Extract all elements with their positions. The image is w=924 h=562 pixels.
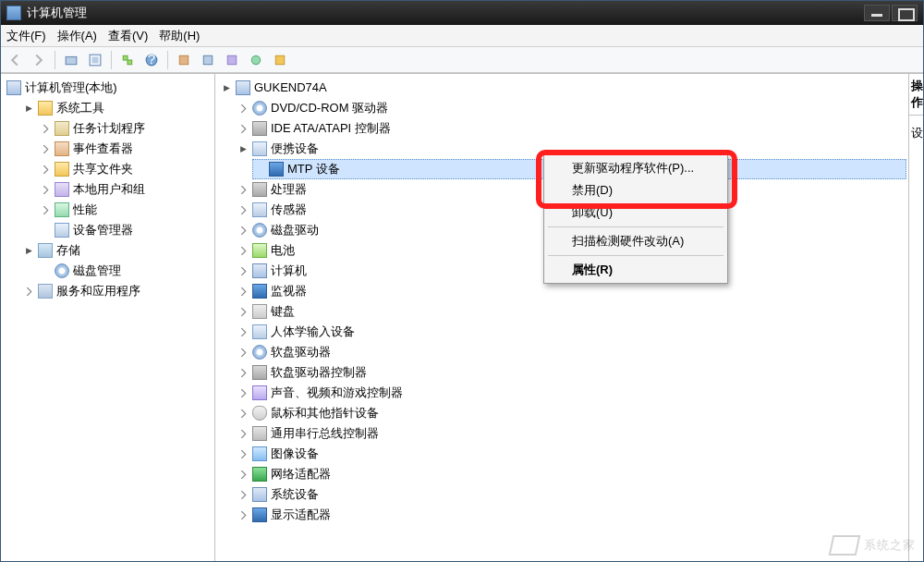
expand-icon[interactable] xyxy=(237,387,249,398)
menu-uninstall[interactable]: 卸载(U) xyxy=(546,202,725,224)
tree-system-tools[interactable]: 系统工具 xyxy=(21,98,213,118)
device-monitor[interactable]: 监视器 xyxy=(236,281,906,301)
device-dvd[interactable]: DVD/CD-ROM 驱动器 xyxy=(236,98,906,118)
device-floppy[interactable]: 软盘驱动器 xyxy=(236,342,906,362)
expand-icon[interactable] xyxy=(237,103,249,114)
tree-label: GUKEND74A xyxy=(254,79,327,97)
users-icon xyxy=(55,182,69,197)
toolbar-icon[interactable] xyxy=(246,50,266,70)
expand-icon[interactable] xyxy=(40,164,51,175)
device-system[interactable]: 系统设备 xyxy=(236,484,906,505)
tree-label: 处理器 xyxy=(271,180,307,199)
network-icon xyxy=(252,467,267,482)
menu-scan-hardware[interactable]: 扫描检测硬件改动(A) xyxy=(546,230,725,252)
menu-file[interactable]: 文件(F) xyxy=(6,28,46,44)
tree-label: MTP 设备 xyxy=(287,160,340,178)
maximize-button[interactable] xyxy=(892,5,918,21)
toolbar-icon[interactable] xyxy=(85,50,105,70)
menu-view[interactable]: 查看(V) xyxy=(108,28,148,44)
help-button[interactable]: ? xyxy=(141,50,162,70)
expand-icon[interactable] xyxy=(237,428,249,439)
battery-icon xyxy=(252,243,267,258)
tree-services[interactable]: 服务和应用程序 xyxy=(21,281,213,301)
toolbar-icon[interactable] xyxy=(222,50,242,70)
menu-separator xyxy=(548,226,723,227)
svg-rect-7 xyxy=(179,55,188,64)
collapse-icon[interactable] xyxy=(23,103,34,114)
toolbar-icon[interactable] xyxy=(117,50,138,70)
expand-icon[interactable] xyxy=(237,184,249,195)
device-sound[interactable]: 声音、视频和游戏控制器 xyxy=(236,383,906,403)
svg-rect-3 xyxy=(123,55,128,60)
expand-icon[interactable] xyxy=(237,286,249,297)
toolbar-icon[interactable] xyxy=(198,50,218,70)
device-keyboard[interactable]: 键盘 xyxy=(236,301,906,322)
tree-label: 存储 xyxy=(56,241,80,260)
menu-properties[interactable]: 属性(R) xyxy=(546,259,725,281)
left-tree-pane[interactable]: 计算机管理(本地) 系统工具 任务计划程序 事件查看器 xyxy=(1,74,215,561)
expand-icon[interactable] xyxy=(237,489,249,500)
expand-icon[interactable] xyxy=(237,123,249,134)
tree-label: 图像设备 xyxy=(271,445,319,463)
device-imaging[interactable]: 图像设备 xyxy=(236,444,906,464)
expand-icon[interactable] xyxy=(237,347,249,358)
device-mouse[interactable]: 鼠标和其他指针设备 xyxy=(236,403,906,423)
collapse-icon[interactable] xyxy=(237,143,249,154)
expand-icon[interactable] xyxy=(237,265,249,276)
titlebar[interactable]: 计算机管理 xyxy=(1,1,923,25)
device-manager-icon xyxy=(55,223,69,238)
expand-icon[interactable] xyxy=(23,286,34,297)
device-network[interactable]: 网络适配器 xyxy=(236,464,906,484)
menu-action[interactable]: 操作(A) xyxy=(57,28,97,44)
device-usb[interactable]: 通用串行总线控制器 xyxy=(236,423,906,444)
tree-storage[interactable]: 存储 xyxy=(21,240,213,261)
device-ide[interactable]: IDE ATA/ATAPI 控制器 xyxy=(236,118,906,139)
expand-icon[interactable] xyxy=(40,123,51,134)
tree-performance[interactable]: 性能 xyxy=(38,200,213,220)
menu-disable[interactable]: 禁用(D) xyxy=(546,179,725,202)
device-floppy-ctrl[interactable]: 软盘驱动器控制器 xyxy=(236,362,906,383)
expand-icon[interactable] xyxy=(237,225,249,236)
toolbar-icon[interactable] xyxy=(174,50,194,70)
menu-update-driver[interactable]: 更新驱动程序软件(P)... xyxy=(546,157,725,179)
tree-label: 声音、视频和游戏控制器 xyxy=(271,384,403,402)
device-host[interactable]: GUKEND74A xyxy=(219,78,906,98)
expand-icon[interactable] xyxy=(40,204,51,215)
toolbar-icon[interactable] xyxy=(270,50,290,70)
collapse-icon[interactable] xyxy=(221,82,232,93)
tree-disk-management[interactable]: 磁盘管理 xyxy=(38,261,213,281)
expand-icon[interactable] xyxy=(237,245,249,256)
device-display[interactable]: 显示适配器 xyxy=(236,505,906,525)
tree-label: 电池 xyxy=(271,241,295,260)
menu-help[interactable]: 帮助(H) xyxy=(159,28,200,44)
tree-shared-folders[interactable]: 共享文件夹 xyxy=(38,159,213,179)
tree-label: 磁盘驱动 xyxy=(271,221,319,239)
expand-icon[interactable] xyxy=(40,184,51,195)
expand-icon[interactable] xyxy=(237,448,249,459)
tree-label: 软盘驱动器 xyxy=(271,343,331,361)
shared-folder-icon xyxy=(55,162,69,177)
expand-icon[interactable] xyxy=(237,326,249,337)
expand-icon[interactable] xyxy=(237,469,249,480)
collapse-icon[interactable] xyxy=(23,245,34,256)
expand-icon[interactable] xyxy=(237,306,249,317)
context-menu: 更新驱动程序软件(P)... 禁用(D) 卸载(U) 扫描检测硬件改动(A) 属… xyxy=(543,154,728,284)
toolbar-icon[interactable] xyxy=(61,50,81,70)
expand-icon[interactable] xyxy=(237,367,249,378)
watermark-text: 系统之家 xyxy=(864,537,916,554)
expand-icon[interactable] xyxy=(237,204,249,215)
expand-icon[interactable] xyxy=(237,509,249,520)
tree-root[interactable]: 计算机管理(本地) xyxy=(5,78,213,98)
tree-task-scheduler[interactable]: 任务计划程序 xyxy=(38,118,213,139)
tree-device-manager[interactable]: 设备管理器 xyxy=(38,220,213,240)
expand-icon[interactable] xyxy=(40,143,51,154)
tree-local-users[interactable]: 本地用户和组 xyxy=(38,179,213,200)
minimize-button[interactable] xyxy=(864,5,890,21)
device-hid[interactable]: 人体学输入设备 xyxy=(236,322,906,342)
usb-icon xyxy=(252,426,267,441)
device-tree-pane[interactable]: GUKEND74A DVD/CD-ROM 驱动器 IDE ATA/ATAPI 控… xyxy=(215,74,908,561)
tree-event-viewer[interactable]: 事件查看器 xyxy=(38,139,213,159)
expand-icon[interactable] xyxy=(237,408,249,419)
monitor-icon xyxy=(252,284,267,299)
svg-rect-4 xyxy=(128,60,132,65)
